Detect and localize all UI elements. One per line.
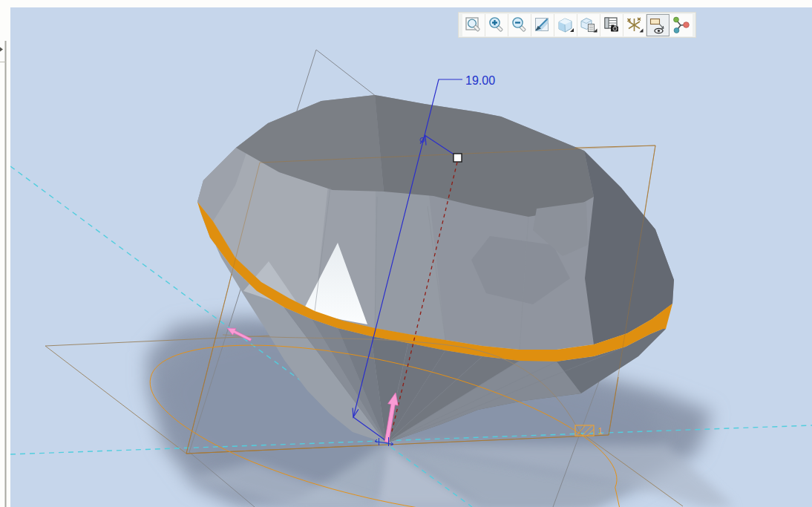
svg-text:19.00: 19.00 xyxy=(465,74,495,87)
svg-text:1: 1 xyxy=(597,426,603,436)
